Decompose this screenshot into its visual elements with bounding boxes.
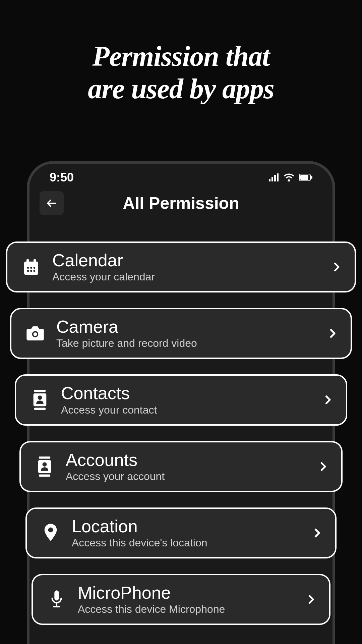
permission-item-microphone[interactable]: MicroPhone Access this device Microphone bbox=[32, 574, 330, 625]
app-header: All Permission bbox=[29, 188, 333, 225]
permission-title: Location bbox=[72, 517, 311, 536]
svg-rect-0 bbox=[269, 179, 270, 181]
header-title: All Permission bbox=[123, 194, 239, 213]
permission-title: Camera bbox=[56, 317, 326, 336]
svg-point-14 bbox=[27, 270, 29, 272]
calendar-icon bbox=[19, 258, 43, 276]
permission-subtitle: Access your contact bbox=[61, 404, 322, 416]
svg-rect-7 bbox=[311, 176, 312, 179]
contacts-icon bbox=[28, 390, 52, 410]
permission-text: Contacts Access your contact bbox=[61, 384, 322, 416]
permission-subtitle: Access your account bbox=[66, 470, 317, 483]
svg-rect-6 bbox=[300, 175, 308, 180]
permission-subtitle: Access this device's location bbox=[72, 537, 311, 549]
permission-item-contacts[interactable]: Contacts Access your contact bbox=[15, 374, 347, 425]
svg-point-25 bbox=[43, 462, 47, 467]
signal-icon bbox=[269, 173, 279, 181]
permission-subtitle: Take picture and record video bbox=[56, 337, 326, 350]
chevron-right-icon bbox=[317, 459, 329, 475]
svg-point-4 bbox=[288, 179, 290, 181]
accounts-icon bbox=[33, 457, 56, 477]
svg-point-16 bbox=[34, 270, 36, 272]
svg-rect-1 bbox=[272, 177, 273, 181]
svg-rect-10 bbox=[34, 259, 36, 263]
wifi-icon bbox=[284, 173, 294, 181]
page-heading: Permission that are used by apps bbox=[0, 0, 362, 132]
svg-point-27 bbox=[48, 527, 53, 532]
svg-point-12 bbox=[30, 267, 32, 269]
permission-text: Location Access this device's location bbox=[72, 517, 311, 549]
status-time: 9:50 bbox=[50, 170, 74, 184]
location-icon bbox=[39, 524, 62, 542]
chevron-right-icon bbox=[311, 525, 323, 541]
status-icons bbox=[269, 173, 312, 181]
permission-text: Accounts Access your account bbox=[66, 450, 317, 483]
permission-title: Calendar bbox=[52, 251, 330, 270]
permission-text: Calendar Access your calendar bbox=[52, 251, 330, 283]
svg-rect-3 bbox=[277, 173, 279, 181]
permission-item-calendar[interactable]: Calendar Access your calendar bbox=[6, 241, 356, 292]
back-button[interactable] bbox=[40, 191, 64, 215]
permission-item-camera[interactable]: Camera Take picture and record video bbox=[10, 308, 352, 359]
svg-point-13 bbox=[34, 267, 36, 269]
permission-title: Accounts bbox=[66, 450, 317, 470]
svg-rect-2 bbox=[274, 175, 276, 181]
permission-list: Calendar Access your calendar Camera Tak… bbox=[0, 241, 362, 625]
permission-title: MicroPhone bbox=[78, 583, 305, 602]
permission-item-location[interactable]: Location Access this device's location bbox=[25, 507, 337, 558]
chevron-right-icon bbox=[326, 325, 339, 341]
chevron-right-icon bbox=[330, 259, 343, 275]
chevron-right-icon bbox=[322, 392, 334, 408]
svg-point-18 bbox=[34, 332, 37, 336]
arrow-left-icon bbox=[46, 197, 58, 209]
heading-line-1: Permission that bbox=[0, 40, 362, 73]
status-bar: 9:50 bbox=[29, 164, 333, 188]
permission-item-accounts[interactable]: Accounts Access your account bbox=[19, 441, 343, 492]
svg-rect-23 bbox=[39, 457, 50, 459]
svg-point-11 bbox=[27, 267, 29, 269]
chevron-right-icon bbox=[305, 591, 317, 607]
svg-rect-22 bbox=[34, 408, 46, 410]
heading-line-2: are used by apps bbox=[0, 73, 362, 105]
permission-subtitle: Access your calendar bbox=[52, 271, 330, 283]
svg-rect-9 bbox=[26, 259, 29, 263]
svg-rect-28 bbox=[54, 590, 59, 600]
svg-rect-19 bbox=[34, 390, 46, 392]
permission-text: MicroPhone Access this device Microphone bbox=[78, 583, 305, 615]
svg-point-21 bbox=[38, 396, 42, 400]
battery-icon bbox=[299, 174, 312, 181]
permission-title: Contacts bbox=[61, 384, 322, 403]
permission-text: Camera Take picture and record video bbox=[56, 317, 326, 350]
camera-icon bbox=[23, 325, 47, 341]
svg-point-15 bbox=[30, 270, 32, 272]
svg-rect-26 bbox=[39, 474, 50, 476]
microphone-icon bbox=[45, 590, 68, 609]
permission-subtitle: Access this device Microphone bbox=[78, 603, 305, 615]
